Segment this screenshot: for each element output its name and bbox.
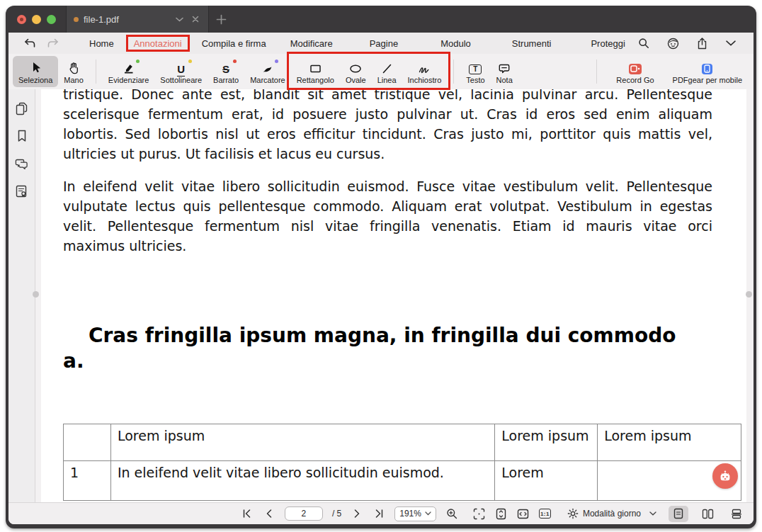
collapse-toolbar-chevron-icon[interactable] [724, 36, 738, 50]
tool-pdfgear-mobile[interactable]: PDFgear per mobile [667, 56, 748, 87]
tool-nota[interactable]: Nota [491, 56, 518, 87]
table-header-cell: Lorem ipsum [495, 424, 598, 461]
table-cell: Lorem [495, 461, 598, 501]
tool-seleziona[interactable]: Seleziona [13, 56, 58, 87]
ribbon-right-group: Record Go PDFgear per mobile [590, 56, 748, 87]
tool-record-go[interactable]: Record Go [610, 56, 659, 87]
pdfgear-window: file-1.pdf [6, 6, 756, 528]
sidebar-resize-handle[interactable] [33, 291, 39, 298]
first-page-button[interactable] [241, 506, 254, 521]
single-page-view-button[interactable] [669, 506, 688, 522]
new-tab-button[interactable] [209, 6, 233, 33]
theme-mode-select[interactable]: Modalità giorno [567, 508, 656, 519]
menu-tab-proteggi[interactable]: Proteggi [582, 36, 633, 51]
tool-ovale[interactable]: Ovale [340, 56, 372, 87]
continuous-scroll-view-button[interactable] [727, 506, 746, 522]
zoom-window-button[interactable] [47, 15, 56, 24]
sidebar-bookmarks-icon[interactable] [14, 128, 30, 144]
tool-mano[interactable]: Mano [58, 56, 89, 87]
minimize-window-button[interactable] [32, 15, 41, 24]
text-line: In eleifend velit vitae libero sollicitu… [63, 176, 712, 196]
menu-tab-home[interactable]: Home [81, 36, 123, 51]
actual-size-button[interactable]: 1:1 [539, 509, 551, 519]
ribbon-toolbar: Seleziona Mano Evidenziare [8, 54, 754, 89]
hand-icon [66, 60, 81, 74]
table-header-cell: Lorem ipsum [110, 424, 494, 461]
ribbon-divider [453, 60, 454, 84]
tool-inchiostro[interactable]: Inchiostro [402, 56, 448, 87]
chevron-down-icon [425, 511, 431, 516]
text-line: ultricies ut purus. Ut facilisis et lacu… [63, 144, 712, 164]
theme-mode-label: Modalità giorno [583, 509, 641, 519]
document-viewport: tristique. Donec ante est, blandit sit a… [35, 89, 754, 502]
unsaved-indicator-dot [74, 17, 79, 22]
note-bubble-icon [496, 60, 512, 74]
menu-tabs: Home Annotazioni Compila e firma Modific… [81, 36, 634, 51]
table-cell: In eleifend velit vitae libero sollicitu… [110, 461, 494, 501]
paragraph-2: In eleifend velit vitae libero sollicitu… [63, 176, 712, 256]
zoom-level-value: 191% [399, 509, 421, 519]
text-line: lobortis. Sed lobortis nisl ut eros effi… [63, 124, 712, 144]
share-icon[interactable] [695, 36, 709, 50]
menu-tab-annotazioni[interactable]: Annotazioni [125, 36, 190, 51]
next-page-button[interactable] [351, 506, 363, 521]
tool-barrato[interactable]: S Barrato [207, 56, 244, 87]
previous-page-button[interactable] [263, 506, 275, 521]
fit-height-button[interactable] [495, 506, 508, 521]
table-header-cell [64, 424, 111, 461]
screenshot-stage: file-1.pdf [0, 0, 762, 532]
support-avatar-icon[interactable] [666, 36, 680, 50]
sidebar-comments-icon[interactable] [14, 156, 30, 171]
tool-evidenziare[interactable]: Evidenziare [103, 56, 154, 87]
tool-testo[interactable]: T Testo [460, 56, 490, 87]
record-go-icon [627, 60, 643, 74]
menu-tab-modificare[interactable]: Modificare [282, 36, 341, 51]
menu-tab-compila-e-firma[interactable]: Compila e firma [193, 36, 275, 51]
tool-rettangolo[interactable]: Rettangolo [291, 56, 340, 87]
text-line: tristique. Donec ante est, blandit sit a… [63, 89, 712, 104]
ai-robot-assistant-button[interactable] [712, 463, 738, 489]
tab-options-chevron-icon[interactable] [174, 13, 185, 25]
fit-width-button[interactable] [517, 506, 530, 521]
heading-line: a. [63, 349, 722, 374]
fit-page-button[interactable] [473, 506, 486, 521]
menu-tab-strumenti[interactable]: Strumenti [504, 36, 560, 51]
zoom-in-button[interactable] [445, 506, 458, 521]
text-line: scelerisque fermentum erat, id posuere j… [63, 104, 712, 124]
menu-right-icons [637, 36, 741, 50]
line-icon [379, 60, 394, 74]
strikethrough-icon: S [218, 60, 234, 74]
sidebar-thumbnails-icon[interactable] [14, 101, 30, 116]
undo-button[interactable] [21, 38, 38, 48]
heading-line: Cras fringilla ipsum magna, in fringilla… [63, 323, 722, 349]
cursor-icon [28, 60, 43, 74]
redo-button[interactable] [44, 38, 61, 48]
menu-bar: Home Annotazioni Compila e firma Modific… [8, 33, 754, 54]
highlighter-icon [121, 60, 137, 74]
menu-tab-pagine[interactable]: Pagine [361, 36, 406, 51]
document-tab[interactable]: file-1.pdf [66, 6, 209, 33]
text-line: vulputate lectus quis pellentesque commo… [63, 196, 712, 216]
ribbon-divider [96, 60, 96, 84]
menu-tab-annotazioni-wrap: Annotazioni [125, 37, 190, 50]
tool-marcatore[interactable]: Marcatore [244, 56, 291, 87]
search-icon[interactable] [637, 36, 651, 50]
tab-close-icon[interactable] [190, 13, 201, 25]
text-line: maximus ultricies. [63, 236, 712, 256]
table-cell: 1 [64, 461, 111, 501]
tool-sottolineare[interactable]: U Sottolineare [154, 56, 207, 87]
ellipse-icon [348, 60, 363, 74]
last-page-button[interactable] [373, 506, 385, 521]
menu-tab-modulo[interactable]: Modulo [432, 36, 479, 51]
rectangle-icon [307, 60, 323, 74]
page-number-input[interactable] [285, 506, 323, 521]
two-page-view-button[interactable] [698, 506, 717, 522]
text-line: velit. Pellentesque fermentum nisl vitae… [63, 216, 712, 236]
close-window-button[interactable] [17, 15, 26, 24]
sun-icon [567, 508, 579, 519]
sidebar-signatures-icon[interactable] [14, 183, 30, 199]
tool-color-dot [188, 60, 192, 63]
right-panel-resize-handle[interactable] [746, 291, 752, 298]
tool-linea[interactable]: Linea [372, 56, 402, 87]
zoom-level-select[interactable]: 191% [394, 506, 436, 521]
